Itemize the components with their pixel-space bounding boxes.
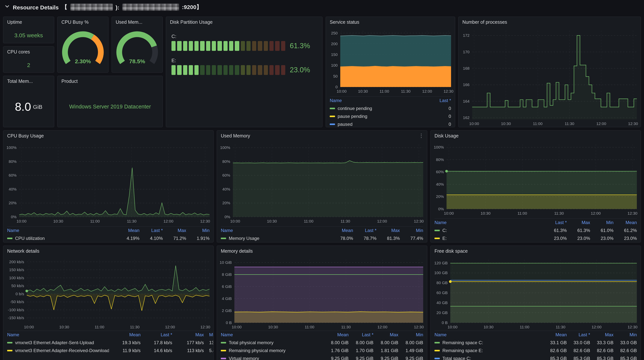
legend-row[interactable]: Remaining space C:33.1 GB33.0 GB33.3 GB3… bbox=[434, 339, 637, 347]
legend-col[interactable]: Min bbox=[590, 220, 614, 225]
svg-text:10:00: 10:00 bbox=[448, 325, 458, 329]
legend-col[interactable]: Last * bbox=[567, 332, 590, 338]
panel-title[interactable]: Product bbox=[58, 76, 162, 87]
svg-text:80%: 80% bbox=[9, 159, 16, 164]
svg-text:10:30: 10:30 bbox=[481, 211, 491, 215]
legend-col[interactable]: Min bbox=[186, 228, 210, 233]
legend-row[interactable]: pause pending0 bbox=[330, 112, 451, 120]
legend-col[interactable]: Max bbox=[590, 332, 614, 338]
legend-col[interactable]: Max bbox=[567, 220, 590, 225]
legend-col[interactable]: Min bbox=[204, 332, 213, 338]
legend-col[interactable]: Max bbox=[163, 228, 186, 233]
panel-title[interactable]: Uptime bbox=[4, 17, 54, 27]
svg-text:168: 168 bbox=[463, 66, 470, 70]
legend-col[interactable]: Last * bbox=[140, 332, 172, 338]
panel-title[interactable]: Network details bbox=[4, 246, 213, 256]
bar-cell bbox=[172, 65, 176, 75]
series-swatch bbox=[330, 107, 335, 109]
svg-text:12:00: 12:00 bbox=[592, 325, 602, 329]
svg-text:80%: 80% bbox=[436, 157, 444, 162]
panel-title[interactable]: Memory details bbox=[217, 246, 427, 256]
legend-col[interactable]: Mean bbox=[544, 332, 567, 338]
panel-title[interactable]: Service status bbox=[326, 17, 455, 27]
panel-title[interactable]: Total Mem... bbox=[4, 76, 54, 87]
bar-cell bbox=[194, 41, 199, 51]
legend-row[interactable]: continue pending0 bbox=[330, 104, 451, 112]
legend-col[interactable]: Mean bbox=[614, 220, 637, 225]
disk-usage-chart[interactable]: 0%20%40%60%80%100%10:0010:3011:0011:3012… bbox=[431, 141, 640, 218]
panel-title[interactable]: Disk Partition Usage bbox=[166, 17, 322, 27]
legend-col[interactable]: Mean bbox=[116, 228, 140, 233]
legend-row[interactable]: Remaining physical memory1.76 GiB1.70 Gi… bbox=[221, 347, 423, 354]
panel-title[interactable]: Number of processes bbox=[458, 17, 640, 27]
legend-col-name[interactable]: Name bbox=[7, 228, 116, 233]
legend-col[interactable]: Last * bbox=[544, 220, 567, 225]
network-chart[interactable]: 200 kb/s150 kb/s100 kb/s50 kb/s0 b/s-50 … bbox=[4, 256, 213, 330]
legend-col-name[interactable]: Name bbox=[221, 228, 330, 233]
panel-title[interactable]: Used Memory bbox=[217, 131, 427, 141]
panel-cpu-busy-gauge: CPU Busy % 2.30% bbox=[57, 16, 108, 73]
legend-col[interactable]: Min bbox=[400, 228, 423, 233]
svg-text:12:00: 12:00 bbox=[164, 219, 174, 223]
legend-col[interactable]: Last * bbox=[348, 332, 374, 338]
legend-row[interactable]: C:61.3%61.3%61.0%61.2% bbox=[434, 226, 637, 234]
panel-title[interactable]: Free disk space bbox=[431, 246, 640, 256]
legend-col-name[interactable]: Name bbox=[434, 332, 544, 338]
legend-col[interactable]: Max bbox=[172, 332, 204, 338]
svg-text:166: 166 bbox=[463, 82, 470, 87]
legend-col[interactable]: Max bbox=[374, 332, 398, 338]
memory-details-chart[interactable]: 0 B2 GiB4 GiB6 GiB8 GiB10 GiB10:0010:301… bbox=[217, 256, 427, 330]
legend-row[interactable]: Virtual memory9.25 GiB9.25 GiB9.25 GiB9.… bbox=[221, 354, 423, 360]
total-memory-value: 8.0 bbox=[15, 100, 31, 113]
legend-row[interactable]: Memory Usage78.0%78.7%81.3%77.4% bbox=[221, 234, 423, 242]
svg-text:100%: 100% bbox=[434, 145, 444, 149]
panel-title[interactable]: CPU Busy Usage bbox=[4, 131, 213, 141]
legend-col[interactable]: Min bbox=[398, 332, 423, 338]
legend-col[interactable]: Max bbox=[376, 228, 400, 233]
legend-col[interactable]: Mean bbox=[330, 228, 353, 233]
legend-row[interactable]: Total physical memory8.00 GiB8.00 GiB8.0… bbox=[221, 339, 423, 347]
used-memory-chart[interactable]: 0%20%40%60%80%100%10:0010:3011:0011:3012… bbox=[217, 141, 427, 226]
svg-text:0%: 0% bbox=[11, 215, 16, 219]
bar-cell bbox=[172, 41, 176, 51]
legend-row[interactable]: vmxnet3 Ethernet Adapter-Sent-Upload19.3… bbox=[7, 339, 210, 347]
svg-text:11:30: 11:30 bbox=[127, 219, 136, 223]
panel-title[interactable]: CPU cores bbox=[4, 47, 54, 57]
partition-label: E: bbox=[172, 58, 317, 63]
legend-col-name[interactable]: Name bbox=[434, 220, 544, 225]
series-swatch bbox=[434, 342, 440, 343]
series-swatch bbox=[434, 358, 440, 359]
legend-col[interactable]: Last * bbox=[353, 228, 376, 233]
panel-title[interactable]: Used Mem... bbox=[112, 17, 162, 27]
legend-row[interactable]: paused0 bbox=[330, 120, 451, 127]
legend-col-name[interactable]: Name bbox=[7, 332, 109, 338]
legend-col[interactable]: Last * bbox=[140, 228, 163, 233]
free-disk-legend: NameMeanLast *MaxMinRemaining space C:33… bbox=[431, 330, 640, 360]
legend-col[interactable]: Mean bbox=[109, 332, 140, 338]
legend-row[interactable]: Remaining space E:82.6 GB82.6 GB82.6 GB8… bbox=[434, 347, 637, 354]
free-disk-chart[interactable]: 0 B20 GB40 GB60 GB80 GB100 GB120 GB10:00… bbox=[431, 256, 640, 330]
panel-disk-partition-usage: Disk Partition Usage C: 61.3% E: 23.0% bbox=[166, 16, 322, 127]
legend-col[interactable]: Min bbox=[614, 332, 637, 338]
service-status-chart[interactable]: 05010015020025010:0010:3011:0011:3012:00… bbox=[326, 27, 455, 96]
legend-header: NameLast *MaxMinMean bbox=[434, 218, 637, 226]
legend-row[interactable]: CPU utilization4.19%4.10%71.2%1.91% bbox=[7, 234, 210, 242]
collapse-chevron-icon[interactable] bbox=[4, 4, 10, 10]
row-title[interactable]: Resource Details bbox=[13, 4, 58, 10]
legend-row[interactable]: vmxnet3 Ethernet Adapter-Received-Downlo… bbox=[7, 347, 210, 354]
legend-col-name[interactable]: Name bbox=[221, 332, 324, 338]
panel-title[interactable]: CPU Busy % bbox=[58, 17, 108, 27]
bar-cell bbox=[200, 65, 204, 75]
legend-row[interactable]: Total space C:85.3 GB85.3 GB85.3 GB85.3 … bbox=[434, 354, 637, 360]
panel-title[interactable]: Disk Usage bbox=[431, 131, 640, 141]
legend-col-name[interactable]: Name bbox=[330, 98, 428, 103]
panel-menu-icon[interactable]: ⋮ bbox=[419, 133, 424, 138]
cpu-busy-usage-chart[interactable]: 0%20%40%60%80%100%10:0010:3011:0011:3012… bbox=[4, 141, 213, 226]
processes-chart[interactable]: 16216416616817017210:0010:3011:0011:3012… bbox=[458, 27, 640, 127]
legend-row[interactable]: E:23.0%23.0%23.0%23.0% bbox=[434, 234, 637, 242]
svg-text:2 GiB: 2 GiB bbox=[222, 308, 232, 313]
legend-col[interactable]: Last * bbox=[428, 98, 451, 103]
svg-text:20%: 20% bbox=[9, 201, 16, 205]
bar-cell bbox=[212, 41, 216, 51]
legend-col[interactable]: Mean bbox=[324, 332, 348, 338]
